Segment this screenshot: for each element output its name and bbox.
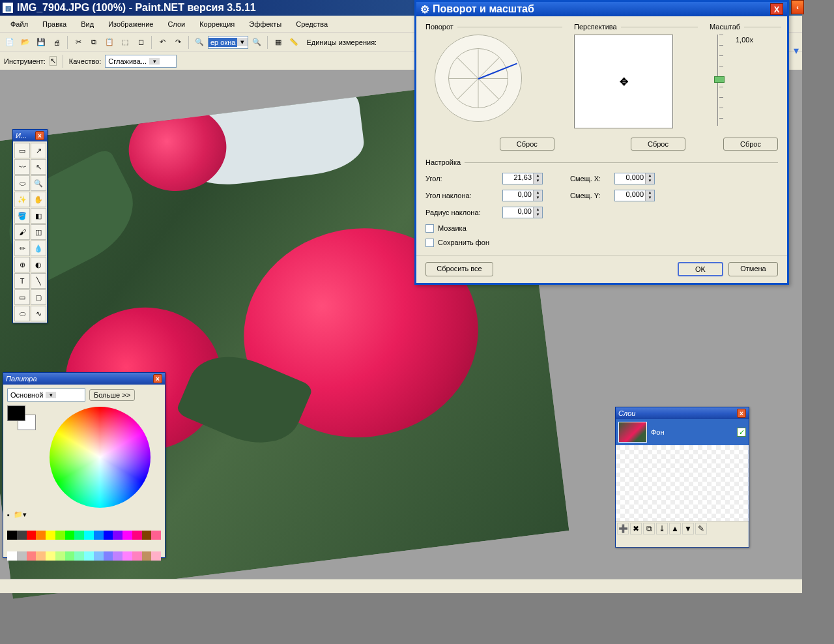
properties-icon[interactable]: ✎ [695, 523, 707, 534]
text-icon[interactable]: T [14, 273, 30, 289]
move-up-icon[interactable]: ▲ [669, 523, 681, 534]
wand-icon[interactable]: ✨ [14, 192, 30, 207]
pencil-icon[interactable]: ✏ [14, 241, 30, 256]
paste-icon[interactable]: 📋 [102, 35, 117, 50]
bucket-icon[interactable]: 🪣 [14, 208, 30, 224]
close-icon[interactable]: × [153, 374, 162, 383]
layer-row[interactable]: Фон ✓ [616, 419, 749, 445]
print-icon[interactable]: 🖨 [50, 35, 64, 50]
angle-input[interactable]: 21,63▲▼ [502, 173, 543, 184]
slider-thumb[interactable] [714, 76, 725, 83]
palette-strip-2[interactable] [7, 551, 161, 561]
reset-all-button[interactable]: Сбросить все [425, 262, 493, 276]
collapse-icon[interactable]: ▾ [794, 44, 804, 52]
ellipse-sel-icon[interactable]: ⬭ [14, 175, 30, 191]
more-button[interactable]: Больше >> [89, 389, 135, 401]
scale-slider[interactable] [717, 35, 723, 126]
chevron-down-icon[interactable]: ▾ [46, 392, 56, 398]
ruler-icon[interactable]: 📏 [287, 35, 301, 50]
line-icon[interactable]: ╲ [31, 273, 46, 289]
layer-thumbnail [618, 422, 647, 443]
new-icon[interactable]: 📄 [3, 35, 17, 50]
menu-image[interactable]: Изображение [102, 18, 160, 30]
reset-persp-button[interactable]: Сброс [631, 138, 685, 151]
move-sel-icon[interactable]: ↗ [31, 143, 46, 158]
tools-panel-title[interactable]: И... × [13, 130, 47, 141]
close-icon[interactable]: X [770, 3, 783, 15]
quality-combo[interactable]: Сглажива... ▾ [105, 55, 177, 68]
redo-icon[interactable]: ↷ [171, 35, 185, 50]
colors-panel-title[interactable]: Палитра × [3, 373, 165, 385]
zoom-out-icon[interactable]: 🔍 [192, 35, 207, 50]
radius-input[interactable]: 0,00▲▼ [502, 207, 543, 218]
aux-close-icon[interactable]: ‹ [791, 0, 804, 14]
dialog-titlebar[interactable]: ⚙ Поворот и масштаб X [416, 2, 787, 16]
reset-rotate-button[interactable]: Сброс [500, 138, 554, 151]
current-tool-icon[interactable]: ↖ [50, 56, 57, 66]
move-icon[interactable]: ↖ [31, 159, 46, 175]
gradient-icon[interactable]: ◧ [31, 208, 46, 224]
open-icon[interactable]: 📂 [18, 35, 33, 50]
menu-layers[interactable]: Слои [161, 18, 192, 30]
menu-adjust[interactable]: Коррекция [193, 18, 241, 30]
color-mode-combo[interactable]: Основной ▾ [7, 388, 85, 402]
clone-icon[interactable]: ⊕ [14, 257, 30, 272]
rect-icon[interactable]: ▭ [14, 289, 30, 305]
palette-strip[interactable] [7, 531, 161, 540]
perspective-pad[interactable]: ✥ [574, 35, 673, 128]
roundrect-icon[interactable]: ▢ [31, 289, 46, 305]
title-text: IMG_7904.JPG (100%) - Paint.NET версия 3… [17, 2, 256, 14]
picker-icon[interactable]: 💧 [31, 241, 46, 256]
move-down-icon[interactable]: ▼ [682, 523, 694, 534]
pan-icon[interactable]: ✋ [31, 192, 46, 207]
cancel-button[interactable]: Отмена [728, 262, 778, 276]
recolor-icon[interactable]: ◐ [31, 257, 46, 272]
close-icon[interactable]: × [35, 131, 44, 140]
copy-icon[interactable]: ⧉ [87, 35, 101, 50]
tilt-input[interactable]: 0,00▲▼ [502, 190, 543, 201]
lasso-icon[interactable]: 〰 [14, 159, 30, 175]
eraser-icon[interactable]: ◫ [31, 224, 46, 240]
save-icon[interactable]: 💾 [34, 35, 48, 50]
add-color-icon[interactable]: ▪ [7, 511, 10, 519]
ellipse-icon[interactable]: ⬭ [14, 306, 30, 321]
menu-effects[interactable]: Эффекты [242, 18, 288, 30]
menu-file[interactable]: Файл [4, 18, 35, 30]
zoom-in-icon[interactable]: 🔍 [250, 35, 264, 50]
layer-visible-checkbox[interactable]: ✓ [737, 428, 746, 437]
fg-bg-swatches[interactable] [7, 405, 38, 432]
reset-scale-button[interactable]: Сброс [723, 138, 778, 151]
delete-layer-icon[interactable]: ✖ [630, 523, 642, 534]
rotation-wheel[interactable] [435, 35, 522, 122]
color-wheel[interactable] [50, 407, 151, 508]
deselect-icon[interactable]: ◻ [134, 35, 148, 50]
zoom-icon[interactable]: 🔍 [31, 175, 46, 191]
rect-select-icon[interactable]: ▭ [14, 143, 30, 158]
ok-button[interactable]: OK [678, 262, 723, 276]
menu-edit[interactable]: Правка [36, 18, 73, 30]
chevron-down-icon[interactable]: ▾ [237, 38, 248, 46]
brush-icon[interactable]: 🖌 [14, 224, 30, 240]
crop-icon[interactable]: ⬚ [118, 35, 132, 50]
chevron-down-icon[interactable]: ▾ [149, 58, 160, 65]
palette-menu-icon[interactable]: 📁▾ [14, 510, 27, 519]
keepbg-checkbox[interactable] [425, 239, 434, 247]
zoom-combo[interactable]: ер окна ▾ [208, 36, 248, 49]
menu-view[interactable]: Вид [74, 18, 100, 30]
close-icon[interactable]: × [737, 409, 746, 418]
cut-icon[interactable]: ✂ [71, 35, 85, 50]
duplicate-layer-icon[interactable]: ⧉ [643, 523, 655, 534]
undo-icon[interactable]: ↶ [155, 35, 169, 50]
mosaic-checkbox[interactable] [425, 224, 434, 233]
freeform-icon[interactable]: ∿ [31, 306, 46, 321]
fg-color-swatch[interactable] [7, 405, 25, 421]
separator [67, 36, 68, 49]
offx-input[interactable]: 0,000▲▼ [614, 173, 655, 184]
merge-down-icon[interactable]: ⤓ [656, 523, 668, 534]
offy-input[interactable]: 0,000▲▼ [614, 190, 655, 201]
separator [188, 36, 189, 49]
add-layer-icon[interactable]: ➕ [617, 523, 629, 534]
menu-tools[interactable]: Средства [289, 18, 334, 30]
layers-panel-title[interactable]: Слои × [616, 407, 749, 419]
grid-icon[interactable]: ▦ [271, 35, 285, 50]
